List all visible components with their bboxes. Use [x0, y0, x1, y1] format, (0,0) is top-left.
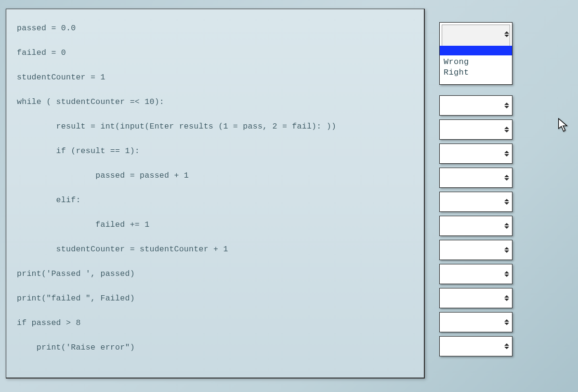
stepper-icon [503, 31, 510, 37]
stepper-icon [503, 199, 510, 205]
stepper-icon [503, 271, 510, 277]
answer-dropdown[interactable] [439, 119, 512, 140]
code-line: while ( studentCounter =< 10): [6, 96, 424, 108]
code-line: if (result == 1): [6, 145, 424, 157]
code-line: passed = 0.0 [6, 23, 424, 35]
dropdown-option-wrong[interactable]: Wrong [444, 57, 469, 66]
stepper-icon [503, 103, 510, 108]
code-line: studentCounter = 1 [6, 72, 424, 84]
cursor-icon [558, 118, 569, 132]
stepper-icon [503, 151, 510, 157]
stepper-icon [503, 295, 510, 301]
answer-column: Wrong Right [439, 22, 512, 356]
answer-dropdown[interactable] [439, 95, 512, 116]
code-line: passed = passed + 1 [6, 170, 424, 182]
code-line: result = int(input(Enter results (1 = pa… [6, 121, 424, 133]
answer-dropdown-open[interactable]: Wrong Right [439, 22, 512, 85]
code-line: failed = 0 [6, 47, 424, 59]
code-line: print("failed ", Failed) [6, 293, 424, 305]
answer-dropdown[interactable] [439, 192, 512, 212]
answer-dropdown[interactable] [439, 168, 512, 188]
answer-dropdown[interactable] [439, 144, 512, 164]
answer-dropdown[interactable] [439, 288, 512, 308]
stepper-icon [503, 175, 510, 181]
dropdown-option-right[interactable]: Right [444, 68, 469, 77]
code-line: print('Passed ', passed) [6, 268, 424, 280]
code-line: elif: [6, 195, 424, 207]
stepper-icon [503, 247, 510, 253]
stepper-icon [503, 223, 510, 229]
stepper-icon [503, 343, 510, 349]
answer-dropdown[interactable] [439, 312, 512, 332]
code-line: print('Raise error") [6, 342, 424, 354]
code-line: if passed > 8 [6, 317, 424, 329]
answer-dropdown[interactable] [439, 336, 512, 356]
stepper-icon [503, 127, 510, 132]
code-panel: passed = 0.0 failed = 0 studentCounter =… [6, 9, 425, 379]
answer-dropdown[interactable] [439, 216, 512, 236]
answer-dropdown[interactable] [439, 264, 512, 284]
code-line: failed += 1 [6, 219, 424, 231]
code-line: studentCounter = studentCounter + 1 [6, 244, 424, 256]
answer-dropdown[interactable] [439, 240, 512, 260]
stepper-icon [503, 319, 510, 325]
